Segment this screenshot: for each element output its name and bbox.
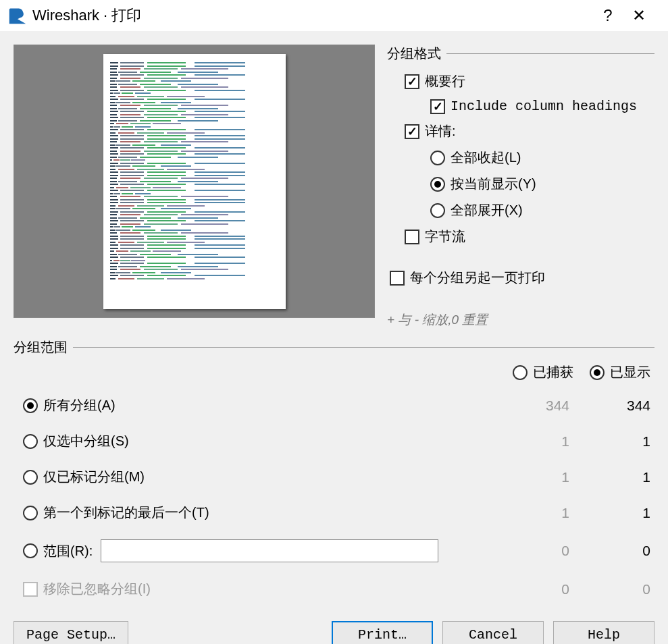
help-icon[interactable]: ? (592, 6, 623, 25)
marked-displayed-count: 1 (569, 469, 650, 485)
help-button[interactable]: Help (553, 621, 654, 644)
bytes-checkbox[interactable] (405, 230, 419, 244)
as-displayed-label: 按当前显示(Y) (451, 175, 536, 193)
range-legend: 分组范围 (14, 338, 68, 356)
range-displayed-count: 0 (569, 543, 650, 559)
expand-all-label: 全部展开(X) (451, 201, 523, 219)
include-headings-checkbox[interactable] (430, 99, 445, 114)
wireshark-icon (8, 6, 27, 25)
close-icon[interactable]: ✕ (623, 6, 654, 25)
selected-captured-count: 1 (488, 433, 569, 450)
zoom-hint: + 与 - 缩放,0 重置 (387, 311, 654, 329)
page-setup-button[interactable]: Page Setup… (14, 621, 128, 644)
ignored-captured-count: 0 (488, 581, 569, 597)
print-button[interactable]: Print… (332, 621, 433, 644)
window-title: Wireshark · 打印 (32, 5, 592, 26)
selected-displayed-count: 1 (569, 433, 650, 450)
titlebar: Wireshark · 打印 ? ✕ (0, 0, 668, 31)
marked-packets-label: 仅已标记分组(M) (43, 468, 145, 486)
collapse-all-label: 全部收起(L) (451, 149, 521, 167)
expand-all-radio[interactable] (430, 203, 445, 218)
all-captured-count: 344 (488, 398, 569, 414)
remove-ignored-label: 移除已忽略分组(I) (43, 580, 151, 598)
details-checkbox[interactable] (405, 124, 419, 139)
ftlm-displayed-count: 1 (569, 505, 650, 521)
marked-packets-radio[interactable] (23, 470, 38, 485)
each-new-page-label: 每个分组另起一页打印 (410, 269, 545, 287)
all-displayed-count: 344 (569, 398, 650, 414)
range-captured-count: 0 (488, 543, 569, 559)
preview-page (103, 54, 286, 309)
range-radio[interactable] (23, 543, 38, 558)
format-legend: 分组格式 (387, 45, 441, 63)
ignored-displayed-count: 0 (569, 581, 650, 597)
as-displayed-radio[interactable] (430, 177, 445, 192)
marked-captured-count: 1 (488, 469, 569, 485)
displayed-label: 已显示 (610, 363, 650, 381)
first-to-last-marked-radio[interactable] (23, 506, 38, 520)
bytes-label: 字节流 (425, 227, 465, 246)
displayed-radio[interactable] (590, 365, 605, 380)
summary-checkbox[interactable] (405, 74, 419, 89)
all-packets-radio[interactable] (23, 398, 38, 413)
range-label: 范围(R): (43, 542, 93, 560)
include-headings-label: Include column headings (451, 99, 637, 114)
captured-radio[interactable] (513, 365, 528, 380)
ftlm-captured-count: 1 (488, 505, 569, 521)
print-preview (14, 45, 375, 318)
selected-packets-label: 仅选中分组(S) (43, 432, 129, 450)
captured-label: 已捕获 (533, 363, 573, 381)
collapse-all-radio[interactable] (430, 151, 445, 165)
first-to-last-marked-label: 第一个到标记的最后一个(T) (43, 504, 209, 522)
remove-ignored-checkbox (23, 582, 38, 597)
details-label: 详情: (425, 122, 456, 140)
summary-label: 概要行 (425, 72, 465, 90)
all-packets-label: 所有分组(A) (43, 396, 115, 414)
range-input[interactable] (101, 539, 438, 562)
cancel-button[interactable]: Cancel (442, 621, 544, 644)
each-new-page-checkbox[interactable] (390, 271, 405, 286)
selected-packets-radio[interactable] (23, 434, 38, 449)
